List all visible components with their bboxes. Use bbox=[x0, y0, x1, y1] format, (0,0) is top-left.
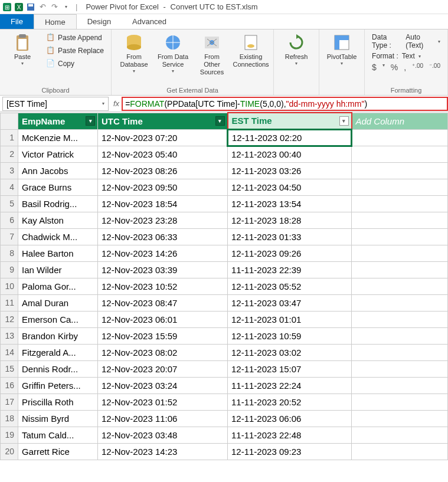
cell-esttime[interactable]: 11-11-2023 20:52 bbox=[228, 394, 352, 410]
qat-dropdown-icon[interactable]: ▾ bbox=[61, 2, 71, 12]
cell-esttime[interactable]: 11-11-2023 22:48 bbox=[228, 427, 352, 443]
cell-esttime[interactable]: 12-11-2023 02:20 bbox=[228, 129, 352, 146]
table-row[interactable]: 20Garrett Rice12-Nov-2023 14:2312-11-202… bbox=[1, 443, 448, 460]
cell-empname[interactable]: Chadwick M... bbox=[18, 228, 98, 245]
cell-utctime[interactable]: 12-Nov-2023 11:06 bbox=[98, 410, 228, 427]
cell-addcolumn[interactable] bbox=[352, 360, 448, 377]
cell-addcolumn[interactable] bbox=[352, 245, 448, 261]
cell-utctime[interactable]: 12-Nov-2023 08:02 bbox=[98, 344, 228, 360]
select-all-corner[interactable] bbox=[1, 113, 18, 129]
filter-icon[interactable]: ▾ bbox=[86, 116, 95, 126]
cell-addcolumn[interactable] bbox=[352, 311, 448, 327]
from-database-button[interactable]: From Database▾ bbox=[116, 32, 152, 75]
row-number[interactable]: 19 bbox=[1, 427, 18, 443]
row-number[interactable]: 5 bbox=[1, 195, 18, 212]
cell-addcolumn[interactable] bbox=[352, 129, 448, 146]
cell-esttime[interactable]: 12-11-2023 18:28 bbox=[228, 212, 352, 228]
cell-utctime[interactable]: 12-Nov-2023 08:26 bbox=[98, 162, 228, 179]
comma-format-button[interactable]: , bbox=[404, 63, 406, 72]
cell-esttime[interactable]: 12-11-2023 03:26 bbox=[228, 162, 352, 179]
filter-icon[interactable]: ▾ bbox=[339, 116, 349, 126]
paste-dropdown-icon[interactable]: ▾ bbox=[21, 61, 24, 66]
cell-addcolumn[interactable] bbox=[352, 278, 448, 294]
table-row[interactable]: 7Chadwick M...12-Nov-2023 06:3312-11-202… bbox=[1, 228, 448, 245]
pivottable-button[interactable]: PivotTable▾ bbox=[324, 32, 359, 67]
row-number[interactable]: 1 bbox=[1, 129, 18, 146]
paste-append-button[interactable]: 📋Paste Append bbox=[44, 32, 106, 44]
table-row[interactable]: 18Nissim Byrd12-Nov-2023 11:0612-11-2023… bbox=[1, 410, 448, 427]
table-row[interactable]: 11Amal Duran12-Nov-2023 08:4712-11-2023 … bbox=[1, 294, 448, 311]
table-row[interactable]: 10Paloma Gor...12-Nov-2023 10:5212-11-20… bbox=[1, 278, 448, 294]
cell-empname[interactable]: Fitzgerald A... bbox=[18, 344, 98, 360]
cell-addcolumn[interactable] bbox=[352, 195, 448, 212]
increase-decimal-button[interactable]: ⁺.00 bbox=[412, 63, 423, 72]
cell-utctime[interactable]: 12-Nov-2023 15:59 bbox=[98, 327, 228, 344]
cell-utctime[interactable]: 12-Nov-2023 06:33 bbox=[98, 228, 228, 245]
cell-esttime[interactable]: 12-11-2023 04:50 bbox=[228, 179, 352, 195]
redo-icon[interactable]: ↷ bbox=[50, 2, 59, 12]
paste-button[interactable]: Paste ▾ bbox=[5, 32, 40, 67]
cell-empname[interactable]: Halee Barton bbox=[18, 245, 98, 261]
row-number[interactable]: 4 bbox=[1, 179, 18, 195]
existing-connections-button[interactable]: Existing Connections bbox=[233, 32, 269, 70]
table-row[interactable]: 17Priscilla Roth12-Nov-2023 01:5211-11-2… bbox=[1, 394, 448, 410]
cell-utctime[interactable]: 12-Nov-2023 01:52 bbox=[98, 394, 228, 410]
table-row[interactable]: 16Griffin Peters...12-Nov-2023 03:2411-1… bbox=[1, 377, 448, 394]
row-number[interactable]: 15 bbox=[1, 360, 18, 377]
cell-utctime[interactable]: 12-Nov-2023 09:50 bbox=[98, 179, 228, 195]
table-row[interactable]: 12Emerson Ca...12-Nov-2023 06:0112-11-20… bbox=[1, 311, 448, 327]
cell-addcolumn[interactable] bbox=[352, 212, 448, 228]
undo-icon[interactable]: ↶ bbox=[38, 2, 47, 12]
row-number[interactable]: 16 bbox=[1, 377, 18, 394]
cell-empname[interactable]: Paloma Gor... bbox=[18, 278, 98, 294]
tab-home[interactable]: Home bbox=[34, 14, 77, 29]
cell-empname[interactable]: Victor Patrick bbox=[18, 146, 98, 162]
cell-addcolumn[interactable] bbox=[352, 327, 448, 344]
row-number[interactable]: 18 bbox=[1, 410, 18, 427]
row-number[interactable]: 3 bbox=[1, 162, 18, 179]
cell-utctime[interactable]: 12-Nov-2023 08:47 bbox=[98, 294, 228, 311]
cell-utctime[interactable]: 12-Nov-2023 05:40 bbox=[98, 146, 228, 162]
col-header-esttime[interactable]: EST Time▾ bbox=[228, 113, 352, 129]
table-row[interactable]: 1McKenzie M...12-Nov-2023 07:2012-11-202… bbox=[1, 129, 448, 146]
cell-empname[interactable]: Amal Duran bbox=[18, 294, 98, 311]
cell-esttime[interactable]: 12-11-2023 05:52 bbox=[228, 278, 352, 294]
table-row[interactable]: 14Fitzgerald A...12-Nov-2023 08:0212-11-… bbox=[1, 344, 448, 360]
cell-empname[interactable]: Kay Alston bbox=[18, 212, 98, 228]
cell-empname[interactable]: Ian Wilder bbox=[18, 261, 98, 278]
filter-icon[interactable]: ▾ bbox=[215, 116, 225, 126]
cell-utctime[interactable]: 12-Nov-2023 06:01 bbox=[98, 311, 228, 327]
namebox-dropdown-icon[interactable]: ▾ bbox=[102, 101, 104, 106]
cell-utctime[interactable]: 12-Nov-2023 10:52 bbox=[98, 278, 228, 294]
table-row[interactable]: 9Ian Wilder12-Nov-2023 03:3911-11-2023 2… bbox=[1, 261, 448, 278]
row-number[interactable]: 7 bbox=[1, 228, 18, 245]
table-row[interactable]: 8Halee Barton12-Nov-2023 14:2612-11-2023… bbox=[1, 245, 448, 261]
row-number[interactable]: 20 bbox=[1, 443, 18, 460]
cell-empname[interactable]: Ann Jacobs bbox=[18, 162, 98, 179]
cell-empname[interactable]: Garrett Rice bbox=[18, 443, 98, 460]
cell-esttime[interactable]: 12-11-2023 09:23 bbox=[228, 443, 352, 460]
cell-empname[interactable]: Brandon Kirby bbox=[18, 327, 98, 344]
cell-esttime[interactable]: 12-11-2023 13:54 bbox=[228, 195, 352, 212]
cell-esttime[interactable]: 12-11-2023 10:59 bbox=[228, 327, 352, 344]
row-number[interactable]: 8 bbox=[1, 245, 18, 261]
cell-utctime[interactable]: 12-Nov-2023 18:54 bbox=[98, 195, 228, 212]
row-number[interactable]: 9 bbox=[1, 261, 18, 278]
paste-replace-button[interactable]: 📋Paste Replace bbox=[44, 45, 106, 57]
cell-addcolumn[interactable] bbox=[352, 344, 448, 360]
row-number[interactable]: 12 bbox=[1, 311, 18, 327]
currency-format-button[interactable]: $ bbox=[372, 63, 377, 72]
table-row[interactable]: 6Kay Alston12-Nov-2023 23:2812-11-2023 1… bbox=[1, 212, 448, 228]
copy-button[interactable]: 📄Copy bbox=[44, 58, 106, 70]
cell-empname[interactable]: Nissim Byrd bbox=[18, 410, 98, 427]
cell-esttime[interactable]: 12-11-2023 09:26 bbox=[228, 245, 352, 261]
cell-esttime[interactable]: 12-11-2023 03:47 bbox=[228, 294, 352, 311]
cell-addcolumn[interactable] bbox=[352, 410, 448, 427]
cell-addcolumn[interactable] bbox=[352, 179, 448, 195]
table-row[interactable]: 13Brandon Kirby12-Nov-2023 15:5912-11-20… bbox=[1, 327, 448, 344]
cell-empname[interactable]: Griffin Peters... bbox=[18, 377, 98, 394]
cell-utctime[interactable]: 12-Nov-2023 03:24 bbox=[98, 377, 228, 394]
row-number[interactable]: 6 bbox=[1, 212, 18, 228]
cell-esttime[interactable]: 12-11-2023 03:02 bbox=[228, 344, 352, 360]
cell-esttime[interactable]: 11-11-2023 22:39 bbox=[228, 261, 352, 278]
